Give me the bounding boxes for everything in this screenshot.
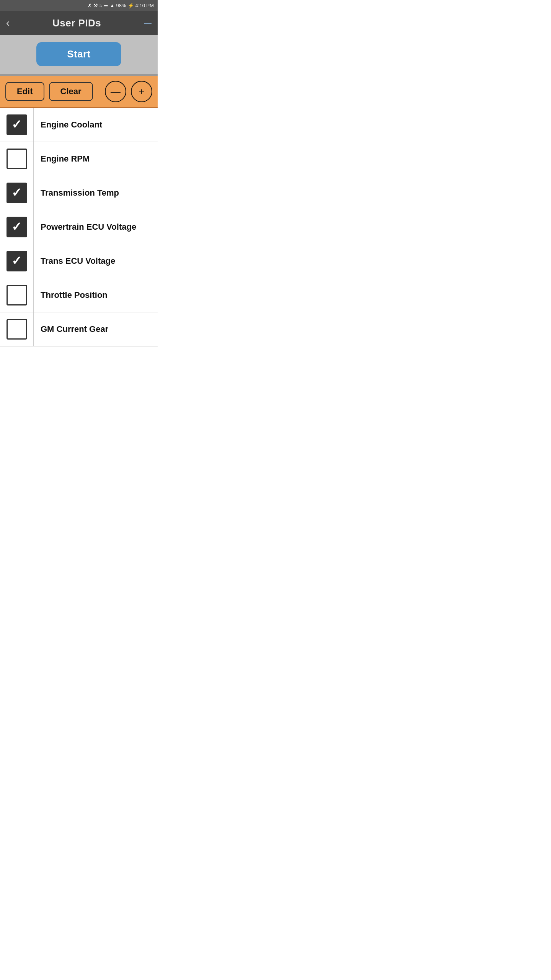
- table-row: ✓Trans ECU Voltage: [0, 244, 158, 278]
- checkbox-cell: ✓: [0, 244, 34, 278]
- pid-label-2: Engine RPM: [34, 154, 96, 164]
- table-row: ✓Throttle Position: [0, 278, 158, 312]
- pid-checkbox-6[interactable]: ✓: [7, 285, 27, 305]
- pid-label-5: Trans ECU Voltage: [34, 256, 122, 266]
- pid-checkbox-5[interactable]: ✓: [7, 251, 27, 271]
- checkmark-icon: ✓: [11, 186, 22, 199]
- pid-label-7: GM Current Gear: [34, 324, 115, 334]
- minus-button[interactable]: —: [105, 81, 126, 102]
- pid-checkbox-4[interactable]: ✓: [7, 217, 27, 237]
- checkbox-cell: ✓: [0, 108, 34, 142]
- page-title: User PIDs: [52, 17, 101, 29]
- table-row: ✓Engine Coolant: [0, 108, 158, 142]
- status-bar: ✗ ⚒ ≈ ⚌ ▲ 98% ⚡ 4:10 PM: [0, 0, 158, 11]
- checkbox-cell: ✓: [0, 312, 34, 346]
- pid-checkbox-2[interactable]: ✓: [7, 149, 27, 169]
- pid-label-6: Throttle Position: [34, 290, 114, 300]
- pid-label-3: Transmission Temp: [34, 188, 126, 198]
- bluetooth-icon: ✗: [88, 3, 92, 8]
- checkbox-cell: ✓: [0, 142, 34, 176]
- edit-button[interactable]: Edit: [5, 82, 44, 101]
- signal-blocked-icon: ⚌: [104, 3, 108, 8]
- table-row: ✓GM Current Gear: [0, 312, 158, 346]
- pid-label-4: Powertrain ECU Voltage: [34, 222, 143, 232]
- start-button[interactable]: Start: [36, 42, 121, 66]
- start-area: Start: [0, 35, 158, 74]
- checkbox-cell: ✓: [0, 176, 34, 210]
- wifi-icon: ≈: [99, 3, 102, 8]
- pid-checkbox-1[interactable]: ✓: [7, 114, 27, 135]
- checkmark-icon: ✓: [11, 220, 22, 233]
- pid-label-1: Engine Coolant: [34, 120, 109, 130]
- pid-list: ✓Engine Coolant✓Engine RPM✓Transmission …: [0, 108, 158, 346]
- toolbar: Edit Clear — +: [0, 76, 158, 108]
- bottom-area: [0, 346, 158, 385]
- checkbox-cell: ✓: [0, 210, 34, 244]
- table-row: ✓Powertrain ECU Voltage: [0, 210, 158, 244]
- status-icons: ✗ ⚒ ≈ ⚌ ▲ 98% ⚡ 4:10 PM: [88, 3, 154, 8]
- checkmark-icon: ✓: [11, 118, 22, 131]
- pid-checkbox-7[interactable]: ✓: [7, 319, 27, 340]
- plus-button[interactable]: +: [131, 81, 152, 102]
- table-row: ✓Engine RPM: [0, 142, 158, 176]
- minus-icon: —: [111, 86, 121, 98]
- pid-checkbox-3[interactable]: ✓: [7, 183, 27, 203]
- clock-time: 4:10 PM: [135, 3, 154, 8]
- battery-icon: ⚡: [128, 3, 134, 8]
- plus-icon: +: [139, 86, 144, 98]
- table-row: ✓Transmission Temp: [0, 176, 158, 210]
- clear-button[interactable]: Clear: [49, 82, 93, 101]
- menu-button[interactable]: —: [144, 19, 152, 28]
- navbar: ‹ User PIDs —: [0, 11, 158, 35]
- checkmark-icon: ✓: [11, 255, 22, 267]
- checkbox-cell: ✓: [0, 278, 34, 312]
- signal-icon: ▲: [110, 3, 115, 8]
- back-button[interactable]: ‹: [6, 18, 10, 28]
- battery-percent: 98%: [116, 3, 126, 8]
- alarm-icon: ⚒: [93, 3, 98, 8]
